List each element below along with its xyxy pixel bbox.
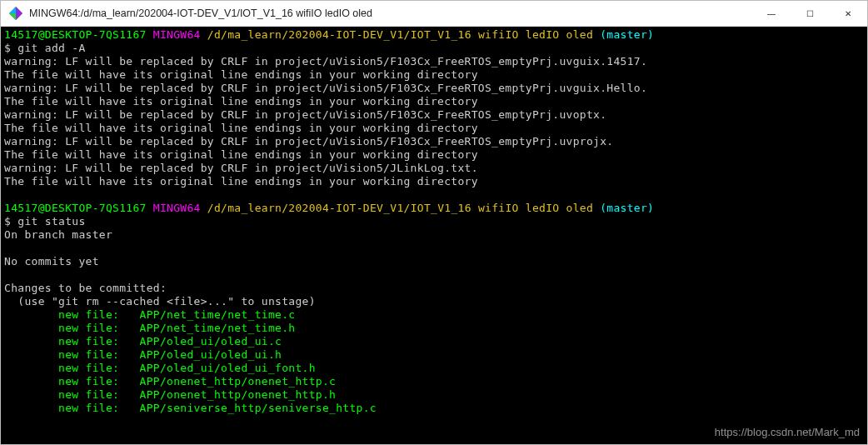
new-file-line: new file: APP/onenet_http/onenet_http.h — [4, 388, 336, 401]
prompt-user-host: 14517@DESKTOP-7QS1167 — [4, 28, 147, 41]
output-line: On branch master — [4, 228, 112, 241]
prompt-branch: (master) — [600, 202, 654, 214]
new-file-line: new file: APP/oled_ui/oled_ui.c — [4, 335, 282, 348]
maximize-button[interactable]: ☐ — [791, 1, 829, 27]
prompt-path: /d/ma_learn/202004-IOT-DEV_V1/IOT_V1_16 … — [207, 28, 593, 41]
minimize-button[interactable]: — — [752, 1, 791, 27]
prompt-branch: (master) — [600, 28, 654, 41]
terminal-area[interactable]: 14517@DESKTOP-7QS1167 MINGW64 /d/ma_lear… — [1, 27, 867, 444]
command-text: git status — [17, 215, 85, 228]
new-file-line: new file: APP/oled_ui/oled_ui_font.h — [4, 362, 316, 374]
output-line: The file will have its original line end… — [4, 68, 478, 81]
new-file-line: new file: APP/net_time/net_time.c — [4, 308, 295, 321]
app-icon — [9, 7, 22, 20]
prompt-path: /d/ma_learn/202004-IOT-DEV_V1/IOT_V1_16 … — [207, 202, 593, 214]
prompt-dollar: $ — [4, 215, 17, 228]
output-line: The file will have its original line end… — [4, 175, 478, 188]
close-button[interactable]: ✕ — [829, 1, 867, 27]
new-file-line: new file: APP/onenet_http/onenet_http.c — [4, 375, 336, 388]
output-line: warning: LF will be replaced by CRLF in … — [4, 108, 606, 121]
prompt-shell: MINGW64 — [153, 28, 201, 41]
new-file-line: new file: APP/oled_ui/oled_ui.h — [4, 348, 282, 361]
prompt-user-host: 14517@DESKTOP-7QS1167 — [4, 202, 147, 214]
svg-marker-1 — [16, 7, 22, 20]
output-line: (use "git rm --cached <file>..." to unst… — [4, 295, 316, 308]
output-line: Changes to be committed: — [4, 282, 167, 294]
output-line: No commits yet — [4, 255, 99, 268]
svg-marker-3 — [9, 13, 16, 20]
output-line: The file will have its original line end… — [4, 122, 478, 134]
titlebar[interactable]: MINGW64:/d/ma_learn/202004-IOT-DEV_V1/IO… — [1, 1, 867, 27]
new-file-line: new file: APP/net_time/net_time.h — [4, 322, 295, 334]
output-line: warning: LF will be replaced by CRLF in … — [4, 82, 647, 94]
window-controls: — ☐ ✕ — [752, 1, 867, 27]
new-file-line: new file: APP/seniverse_http/seniverse_h… — [4, 402, 377, 414]
command-text: git add -A — [17, 42, 85, 54]
prompt-shell: MINGW64 — [153, 202, 201, 214]
output-line: The file will have its original line end… — [4, 148, 478, 161]
output-line: warning: LF will be replaced by CRLF in … — [4, 162, 478, 174]
output-line: warning: LF will be replaced by CRLF in … — [4, 55, 647, 68]
output-line: warning: LF will be replaced by CRLF in … — [4, 135, 613, 148]
output-line: The file will have its original line end… — [4, 95, 478, 108]
window-title: MINGW64:/d/ma_learn/202004-IOT-DEV_V1/IO… — [29, 8, 752, 19]
app-window: MINGW64:/d/ma_learn/202004-IOT-DEV_V1/IO… — [0, 0, 868, 445]
prompt-dollar: $ — [4, 42, 17, 54]
